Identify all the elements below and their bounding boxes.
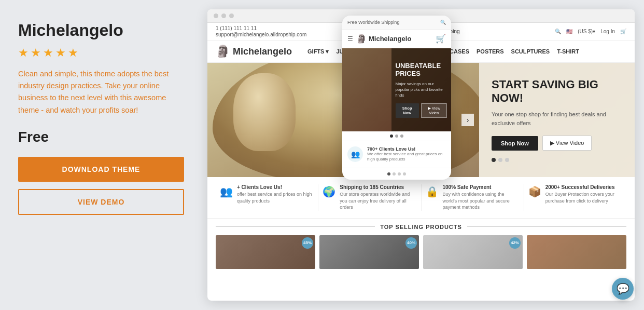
shipping-desc: Our store operates worldwide and you can… — [340, 191, 416, 211]
product-grid: 45% 40% 42% — [216, 235, 626, 269]
mobile-navbar: ☰ 🗿 Michelangelo 🛒 — [342, 30, 451, 48]
mobile-cart-icon[interactable]: 🛒 — [436, 34, 446, 44]
mobile-logo-icon: 🗿 — [356, 34, 367, 44]
mobile-carousel-dots — [342, 131, 451, 141]
shipping-title: Shipping to 185 Countries — [340, 184, 416, 190]
left-panel: Michelangelo ★ ★ ★ ★ ★ Clean and simple,… — [0, 0, 202, 310]
deliveries-text: 2000+ Successful Deliveries Our Buyer Pr… — [545, 184, 622, 204]
view-demo-button[interactable]: VIEW DEMO — [18, 189, 184, 215]
browser-dot-red — [214, 14, 218, 18]
mobile-dot-2[interactable] — [395, 134, 398, 138]
mobile-mockup: Free Worldwide Shipping 🔍 ☰ 🗿 Michelange… — [342, 16, 451, 180]
theme-title: Michelangelo — [18, 21, 184, 40]
product-card-4[interactable] — [527, 235, 626, 269]
logo-icon: 🗿 — [216, 45, 230, 58]
payment-desc: Buy with confidence using the world's mo… — [443, 191, 520, 211]
browser-dot-yellow — [221, 14, 226, 18]
clients-title: + Clients Love Us! — [237, 184, 314, 190]
mobile-shop-now-button[interactable]: Shop Now — [396, 103, 419, 118]
currency-selector[interactable]: (US $)▾ — [578, 29, 595, 34]
search-icon[interactable]: 🔍 — [555, 29, 561, 34]
payment-title: 100% Safe Payment — [443, 184, 520, 190]
cart-icon[interactable]: 🛒 — [620, 29, 626, 34]
feature-clients: 👥 + Clients Love Us! offer best service … — [216, 184, 318, 211]
mobile-feature-title: 700+ Clients Love Us! — [367, 146, 446, 152]
hero-next-arrow[interactable]: › — [461, 114, 474, 126]
mobile-feature-desc: We offer best service and great prices o… — [367, 152, 446, 163]
hamburger-icon[interactable]: ☰ — [347, 35, 353, 43]
hero-view-video-button[interactable]: ▶ View Video — [542, 136, 592, 151]
nav-sculptures[interactable]: SCULPTURES — [511, 48, 550, 55]
topbar-right: 🔍 🇺🇸 (US $)▾ Log In 🛒 — [555, 29, 626, 34]
deliveries-desc: Our Buyer Protection covers your purchas… — [545, 191, 622, 204]
mobile-hero-text: UNBEATABLE PRICES Major savings on our p… — [391, 48, 452, 131]
hero-dot-3[interactable] — [505, 158, 509, 162]
star-5: ★ — [68, 46, 78, 60]
contact-info: 1 (111) 111 11 11 support@michelangelo.a… — [216, 25, 306, 37]
mobile-bottom-dot-2[interactable] — [393, 172, 396, 176]
theme-description: Clean and simple, this theme adopts the … — [18, 68, 184, 116]
product-badge-1: 45% — [302, 237, 313, 249]
mobile-bottom-dot-1[interactable] — [387, 172, 390, 176]
shipping-icon: 🌍 — [323, 185, 335, 198]
sculpture-detail — [233, 73, 296, 151]
nav-posters[interactable]: POSTERS — [477, 48, 504, 55]
deliveries-title: 2000+ Successful Deliveries — [545, 184, 622, 190]
mobile-bottom-dot-4[interactable] — [403, 172, 406, 176]
mobile-dot-1[interactable] — [390, 134, 393, 138]
nav-gifts[interactable]: GIFTS ▾ — [307, 48, 329, 55]
deliveries-icon: 📦 — [528, 185, 541, 198]
store-name: Michelangelo — [233, 46, 292, 57]
store-logo: 🗿 Michelangelo — [216, 45, 292, 58]
flag-icon: 🇺🇸 — [566, 29, 572, 34]
star-3: ★ — [43, 46, 53, 60]
product-card-3[interactable]: 42% — [423, 235, 523, 269]
mobile-dot-3[interactable] — [400, 134, 403, 138]
hero-buttons: Shop Now ▶ View Video — [492, 136, 622, 151]
clients-text: + Clients Love Us! offer best service an… — [237, 184, 314, 204]
clients-desc: offer best service and prices on high qu… — [237, 191, 314, 204]
clients-icon: 👥 — [220, 185, 233, 198]
payment-text: 100% Safe Payment Buy with confidence us… — [443, 184, 520, 211]
feature-shipping: 🌍 Shipping to 185 Countries Our store op… — [318, 184, 421, 211]
top-selling-header: TOP SELLING PRODUCTS — [216, 224, 626, 230]
mobile-bottom-dot-3[interactable] — [398, 172, 401, 176]
product-badge-2: 40% — [405, 237, 417, 249]
star-2: ★ — [31, 46, 41, 60]
right-panel: 1 (111) 111 11 11 support@michelangelo.a… — [202, 0, 644, 310]
hero-shop-now-button[interactable]: Shop Now — [492, 136, 538, 151]
star-1: ★ — [18, 46, 29, 60]
chat-bubble-button[interactable]: 💬 — [612, 278, 634, 300]
features-bar: 👥 + Clients Love Us! offer best service … — [207, 177, 635, 219]
hero-dot-2[interactable] — [498, 158, 502, 162]
mobile-search-icon[interactable]: 🔍 — [440, 20, 446, 25]
product-card-2[interactable]: 40% — [319, 235, 419, 269]
mobile-logo: 🗿 Michelangelo — [356, 34, 432, 44]
feature-payment: 🔒 100% Safe Payment Buy with confidence … — [422, 184, 524, 211]
payment-icon: 🔒 — [426, 185, 439, 198]
mobile-hero-subtitle: Major savings on our popular picks and f… — [396, 81, 447, 99]
email-address: support@michelangelo.alldropship.com — [216, 32, 306, 37]
price-label: Free — [18, 129, 184, 145]
browser-dot-green — [229, 14, 234, 18]
hero-title: START SAVING BIG NOW! — [492, 78, 622, 105]
shipping-text: Shipping to 185 Countries Our store oper… — [340, 184, 416, 211]
mobile-feature-text: 700+ Clients Love Us! We offer best serv… — [367, 146, 446, 163]
hero-subtitle: Your one-stop shop for finding best deal… — [492, 110, 622, 127]
mobile-store-name: Michelangelo — [369, 35, 411, 43]
nav-tshirt[interactable]: T-SHIRT — [557, 48, 579, 55]
login-link[interactable]: Log In — [600, 29, 615, 34]
hero-dot-1[interactable] — [492, 158, 496, 162]
hero-carousel-dots — [492, 158, 622, 162]
mobile-view-video-button[interactable]: ▶ View Video — [421, 103, 447, 118]
download-theme-button[interactable]: DOWNLOAD THEME — [18, 157, 184, 182]
star-4: ★ — [55, 46, 66, 60]
hero-text-area: START SAVING BIG NOW! Your one-stop shop… — [479, 63, 635, 177]
product-card-1[interactable]: 45% — [216, 235, 315, 269]
phone-number: 1 (111) 111 11 11 — [216, 25, 306, 31]
mobile-shipping-text: Free Worldwide Shipping — [347, 20, 399, 25]
star-rating: ★ ★ ★ ★ ★ — [18, 46, 184, 60]
mobile-hero-title: UNBEATABLE PRICES — [396, 62, 447, 78]
mobile-feature-clients: 👥 700+ Clients Love Us! We offer best se… — [342, 141, 451, 168]
mobile-bottom-dots — [342, 168, 451, 180]
